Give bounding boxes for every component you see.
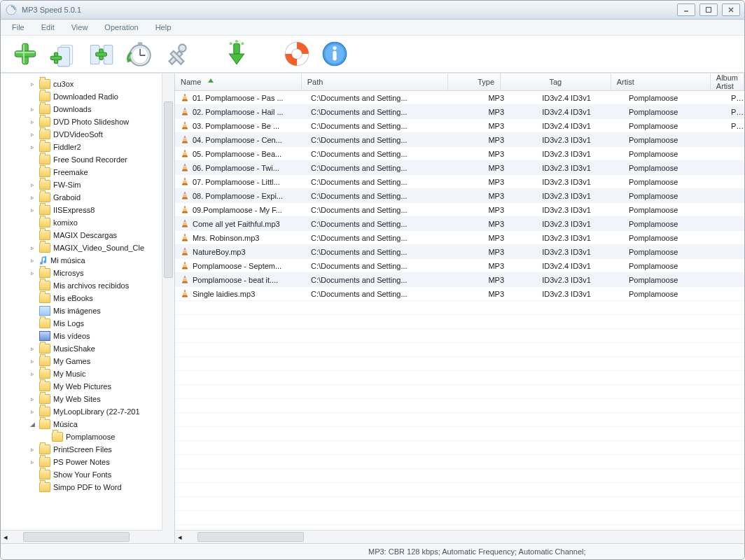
table-row[interactable]: Single laidies.mp3C:\Documents and Setti… xyxy=(175,287,744,301)
menu-file[interactable]: File xyxy=(5,22,32,33)
column-album-artist[interactable]: Album Artist xyxy=(711,74,744,90)
tree-item[interactable]: ▹PrintScreen Files xyxy=(4,443,174,456)
tree-item[interactable]: ▹MyLoopLibrary (22-7-201 xyxy=(4,405,174,418)
expand-icon[interactable]: ▹ xyxy=(29,408,36,415)
expand-icon[interactable]: ◢ xyxy=(29,421,36,428)
tree-vertical-scrollbar[interactable] xyxy=(162,74,174,531)
lifebuoy-icon[interactable] xyxy=(282,39,312,69)
expand-icon[interactable]: ▹ xyxy=(29,458,36,465)
table-row[interactable]: 08. Pomplamoose - Expi...C:\Documents an… xyxy=(175,189,744,203)
tree-item[interactable]: Simpo PDF to Word xyxy=(4,481,174,493)
tree-item[interactable]: ▹DVD Photo Slideshow xyxy=(4,115,174,128)
table-row[interactable]: 06. Pomplamoose - Twi...C:\Documents and… xyxy=(175,161,744,175)
table-row[interactable]: 04. Pomplamoose - Cen...C:\Documents and… xyxy=(175,133,744,147)
tree-item[interactable]: ▹Downloads xyxy=(4,103,174,115)
tree-item[interactable]: MAGIX Descargas xyxy=(4,229,174,241)
add-icon[interactable] xyxy=(11,39,40,69)
empty-row xyxy=(175,413,744,427)
table-row[interactable]: 01. Pomplamoose - Pas ...C:\Documents an… xyxy=(175,91,744,105)
tree-horizontal-scrollbar[interactable]: ◂ xyxy=(1,530,174,543)
table-row[interactable]: 02. Pomplamoose - Hail ...C:\Documents a… xyxy=(175,105,744,119)
tree-item[interactable]: ▹Graboid xyxy=(4,191,174,204)
menu-help[interactable]: Help xyxy=(148,22,179,33)
expand-icon[interactable]: ▹ xyxy=(29,396,36,402)
menu-view[interactable]: View xyxy=(64,22,95,33)
expand-icon[interactable]: ▹ xyxy=(29,131,36,138)
column-type[interactable]: Type xyxy=(448,74,501,90)
close-button[interactable] xyxy=(722,4,740,16)
tree-item[interactable]: ▹My Games xyxy=(4,355,174,368)
tree-item[interactable]: Mis vídeos xyxy=(4,330,174,342)
tree-item[interactable]: Freemake xyxy=(4,166,174,178)
tree-item[interactable]: ▹My Web Sites xyxy=(4,393,174,405)
file-name: 07. Pomplamoose - Littl... xyxy=(193,178,280,186)
table-row[interactable]: 03. Pomplamoose - Be ...C:\Documents and… xyxy=(175,119,744,133)
tree-item[interactable]: Mis eBooks xyxy=(4,292,174,304)
column-path[interactable]: Path xyxy=(302,74,449,90)
expand-icon[interactable]: ▹ xyxy=(29,358,36,365)
scroll-left-icon[interactable]: ◂ xyxy=(178,533,182,542)
expand-icon[interactable]: ▹ xyxy=(29,80,36,88)
expand-icon[interactable]: ▹ xyxy=(29,194,36,201)
download-icon[interactable] xyxy=(222,39,251,69)
expand-icon[interactable]: ▹ xyxy=(29,257,36,264)
tree-item[interactable]: ▹cu3ox xyxy=(4,78,174,90)
column-tag[interactable]: Tag xyxy=(501,74,611,90)
add-between-icon[interactable] xyxy=(86,39,116,69)
maximize-button[interactable] xyxy=(699,4,718,16)
tree-item[interactable]: ▹My Music xyxy=(4,368,174,380)
menu-edit[interactable]: Edit xyxy=(34,22,62,33)
table-row[interactable]: Pomplamoose - Septem...C:\Documents and … xyxy=(175,259,744,273)
table-row[interactable]: 07. Pomplamoose - Littl...C:\Documents a… xyxy=(175,175,744,189)
tree-item[interactable]: ▹PS Power Notes xyxy=(4,456,174,468)
tree-item[interactable]: ▹MusicShake xyxy=(4,342,174,355)
tree-item[interactable]: Mis imágenes xyxy=(4,304,174,317)
tree-item[interactable]: ▹Fiddler2 xyxy=(4,141,174,153)
column-name[interactable]: Name xyxy=(175,74,302,90)
tree-item[interactable]: Show Your Fonts xyxy=(4,468,174,481)
expand-icon[interactable]: ▹ xyxy=(29,181,36,188)
column-artist[interactable]: Artist xyxy=(611,74,711,90)
expand-icon[interactable]: ▹ xyxy=(29,345,36,352)
tree-item[interactable]: ▹MAGIX_Video_Sound_Cle xyxy=(4,241,174,254)
menu-operation[interactable]: Operation xyxy=(97,22,145,33)
table-row[interactable]: Mrs. Robinson.mp3C:\Documents and Settin… xyxy=(175,231,744,245)
folder-tree[interactable]: ▹cu3oxDownloaded Radio▹Downloads▹DVD Pho… xyxy=(1,74,174,530)
table-row[interactable]: Pomplamoose - beat it....C:\Documents an… xyxy=(175,273,744,287)
expand-icon[interactable]: ▹ xyxy=(29,106,36,113)
expand-icon[interactable]: ▹ xyxy=(29,206,36,214)
tree-item[interactable]: My Web Pictures xyxy=(4,380,174,393)
expand-icon[interactable]: ▹ xyxy=(29,446,36,453)
minimize-button[interactable] xyxy=(677,4,695,16)
expand-icon[interactable]: ▹ xyxy=(29,370,36,377)
tree-item[interactable]: Downloaded Radio xyxy=(4,90,174,103)
tree-item[interactable]: ◢Música xyxy=(4,418,174,430)
table-row[interactable]: 05. Pomplamoose - Bea...C:\Documents and… xyxy=(175,147,744,161)
list-horizontal-scrollbar[interactable]: ◂ xyxy=(175,530,744,543)
tree-item[interactable]: ▹Microsys xyxy=(4,267,174,279)
expand-icon[interactable]: ▹ xyxy=(29,244,36,251)
tree-item[interactable]: ▹DVDVideoSoft xyxy=(4,128,174,141)
tree-item[interactable]: Mis archivos recibidos xyxy=(4,279,174,292)
info-icon[interactable] xyxy=(320,39,349,69)
scrollbar-thumb[interactable] xyxy=(164,102,173,278)
tree-item[interactable]: komixo xyxy=(4,216,174,229)
tree-item[interactable]: Free Sound Recorder xyxy=(4,153,174,166)
table-row[interactable]: 09.Pomplamoose - My F...C:\Documents and… xyxy=(175,203,744,217)
tree-item[interactable]: ▹IISExpress8 xyxy=(4,204,174,216)
scroll-left-icon[interactable]: ◂ xyxy=(4,533,8,542)
table-row[interactable]: NatureBoy.mp3C:\Documents and Setting...… xyxy=(175,245,744,259)
add-folder-icon[interactable] xyxy=(48,39,78,69)
tree-item[interactable]: Pomplamoose xyxy=(4,430,174,443)
scrollbar-thumb[interactable] xyxy=(197,532,304,542)
stopwatch-icon[interactable] xyxy=(124,39,153,69)
tree-item[interactable]: ▹Mi música xyxy=(4,254,174,267)
expand-icon[interactable]: ▹ xyxy=(29,118,36,125)
tools-icon[interactable] xyxy=(162,39,191,69)
tree-item[interactable]: Mis Logs xyxy=(4,317,174,330)
tree-item[interactable]: ▹FW-Sim xyxy=(4,178,174,191)
expand-icon[interactable]: ▹ xyxy=(29,270,36,276)
expand-icon[interactable]: ▹ xyxy=(29,144,36,150)
table-row[interactable]: Come all yet Faithful.mp3C:\Documents an… xyxy=(175,217,744,231)
scrollbar-thumb[interactable] xyxy=(23,532,130,542)
